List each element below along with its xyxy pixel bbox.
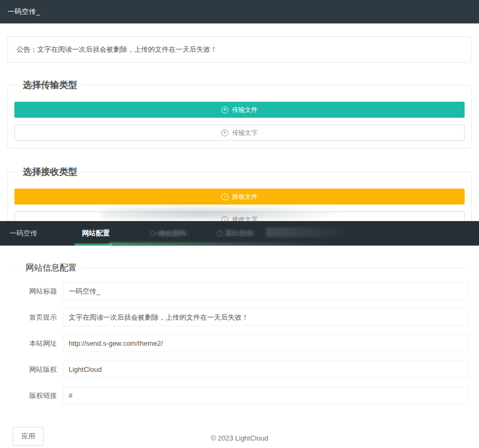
site-title-input[interactable] <box>63 282 468 300</box>
footer-copyright: © 2023 LightCloud <box>0 434 479 442</box>
site-brand[interactable]: 一码空传_ <box>7 7 40 17</box>
form-row-site-title: 网站标题 <box>29 282 468 300</box>
receive-file-button[interactable]: ↓ 接收文件 <box>14 189 465 205</box>
form-row-site-url: 本站网址 <box>29 335 468 352</box>
power-icon <box>217 231 222 237</box>
nav-motion-smear <box>266 227 351 237</box>
announcement-text: 公告：文字在阅读一次后就会被删除，上传的文件在一天后失效！ <box>16 45 217 53</box>
transfer-type-panel: 选择传输类型 + 传输文件 + 传输文字 <box>7 79 472 149</box>
form-rows: 网站标题 首页提示 本站网址 网站版权 版权链接 <box>0 282 479 404</box>
home-tip-label: 首页提示 <box>29 313 63 322</box>
form-row-copyright-link: 版权链接 <box>29 387 468 404</box>
plus-circle-icon: + <box>221 129 228 136</box>
site-url-label: 本站网址 <box>29 339 63 348</box>
copyright-link-input[interactable] <box>63 387 468 404</box>
site-config-section: 网站信息配置 网站标题 首页提示 本站网址 网站版权 版权链接 <box>0 246 479 446</box>
page: 一码空传_ 公告：文字在阅读一次后就会被删除，上传的文件在一天后失效！ 选择传输… <box>0 0 479 448</box>
plus-circle-icon: + <box>221 107 228 113</box>
tab-logout-label: 退出登录 <box>225 229 253 238</box>
copyright-label: 网站版权 <box>29 365 63 374</box>
receive-file-label: 接收文件 <box>232 192 258 201</box>
transfer-file-label: 传输文件 <box>232 105 258 115</box>
copyright-link-label: 版权链接 <box>29 391 63 401</box>
form-title: 网站信息配置 <box>20 263 82 274</box>
top-header: 一码空传_ <box>0 0 479 23</box>
form-title-divider: 网站信息配置 <box>13 268 468 268</box>
tab-logout[interactable]: 退出登录 <box>209 221 260 246</box>
home-tip-input[interactable] <box>63 308 468 326</box>
transfer-panel-title: 选择传输类型 <box>19 79 81 91</box>
receive-panel-title: 选择接收类型 <box>19 166 81 178</box>
tab-site-config[interactable]: 网站配置 <box>75 221 117 246</box>
copyright-input[interactable] <box>63 361 468 378</box>
tab-change-password-label: 修改密码 <box>158 229 186 238</box>
down-circle-icon: ↓ <box>221 193 228 200</box>
transfer-text-button[interactable]: + 传输文字 <box>14 125 465 141</box>
site-url-input[interactable] <box>63 335 468 352</box>
transfer-text-label: 传输文字 <box>232 128 258 137</box>
tab-site-config-label: 网站配置 <box>82 229 110 238</box>
form-row-home-tip: 首页提示 <box>29 308 468 326</box>
key-icon <box>150 231 155 236</box>
transfer-file-button[interactable]: + 传输文件 <box>14 102 465 118</box>
admin-nav-brand[interactable]: 一码空传 <box>0 229 75 238</box>
tab-change-password[interactable]: 修改密码 <box>143 221 193 246</box>
announcement-box: 公告：文字在阅读一次后就会被删除，上传的文件在一天后失效！ <box>7 36 472 63</box>
admin-nav: 一码空传 网站配置 修改密码 退出登录 <box>0 221 479 246</box>
form-row-copyright: 网站版权 <box>29 361 468 378</box>
site-title-label: 网站标题 <box>29 287 63 296</box>
